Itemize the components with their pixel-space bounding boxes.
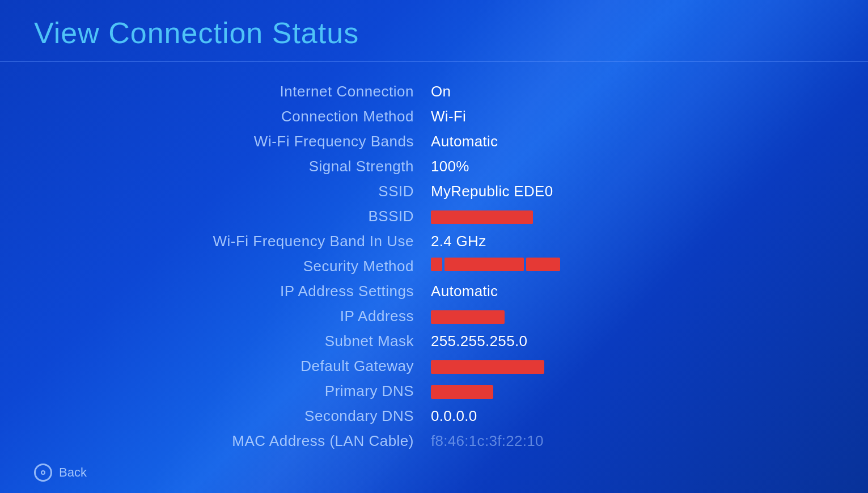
info-row: IP Address SettingsAutomatic xyxy=(0,279,868,304)
row-label: SSID xyxy=(0,183,431,200)
redacted-part xyxy=(444,258,524,271)
info-row: Default Gateway xyxy=(0,353,868,378)
info-row: Wi-Fi Frequency Band In Use2.4 GHz xyxy=(0,229,868,254)
info-row: IP Address xyxy=(0,304,868,328)
row-label: MAC Address (LAN Cable) xyxy=(0,432,431,450)
row-label: IP Address xyxy=(0,307,431,325)
row-label: Subnet Mask xyxy=(0,332,431,350)
row-label: Internet Connection xyxy=(0,83,431,100)
row-label: Signal Strength xyxy=(0,158,431,175)
redacted-value xyxy=(431,360,544,374)
circle-icon xyxy=(34,463,52,482)
row-value xyxy=(431,307,868,325)
row-label: Default Gateway xyxy=(0,357,431,375)
info-row: Primary DNS xyxy=(0,378,868,403)
redacted-security-value xyxy=(431,258,560,271)
row-value: On xyxy=(431,83,868,100)
redacted-value xyxy=(431,310,505,324)
row-label: Primary DNS xyxy=(0,382,431,400)
row-value: f8:46:1c:3f:22:10 xyxy=(431,432,868,450)
row-value xyxy=(431,208,868,225)
row-value: MyRepublic EDE0 xyxy=(431,183,868,200)
redacted-value xyxy=(431,385,493,399)
info-row: Internet ConnectionOn xyxy=(0,79,868,104)
info-row: Subnet Mask255.255.255.0 xyxy=(0,328,868,353)
row-label: Wi-Fi Frequency Bands xyxy=(0,133,431,150)
row-value xyxy=(431,357,868,375)
page-title: View Connection Status xyxy=(34,16,834,50)
redacted-part xyxy=(431,258,442,271)
redacted-part xyxy=(526,258,560,271)
row-value: 2.4 GHz xyxy=(431,233,868,250)
row-value: Wi-Fi xyxy=(431,108,868,125)
content-area: Internet ConnectionOnConnection MethodWi… xyxy=(0,62,868,452)
row-label: Security Method xyxy=(0,258,431,275)
row-label: Secondary DNS xyxy=(0,407,431,425)
circle-inner xyxy=(41,470,45,475)
row-label: Connection Method xyxy=(0,108,431,125)
info-row: SSIDMyRepublic EDE0 xyxy=(0,179,868,204)
row-label: BSSID xyxy=(0,208,431,225)
page-header: View Connection Status xyxy=(0,0,868,62)
info-row: Wi-Fi Frequency BandsAutomatic xyxy=(0,129,868,154)
row-value: 255.255.255.0 xyxy=(431,332,868,350)
page-container: View Connection Status Internet Connecti… xyxy=(0,0,868,493)
row-value: 100% xyxy=(431,158,868,175)
info-row: MAC Address (LAN Cable)f8:46:1c:3f:22:10 xyxy=(0,428,868,452)
row-label: IP Address Settings xyxy=(0,283,431,300)
row-value: Automatic xyxy=(431,283,868,300)
back-label: Back xyxy=(59,465,87,480)
redacted-value xyxy=(431,210,533,224)
info-row: Signal Strength100% xyxy=(0,154,868,179)
row-value: Automatic xyxy=(431,133,868,150)
info-row: Connection MethodWi-Fi xyxy=(0,104,868,129)
footer: Back xyxy=(0,452,868,493)
row-value: 0.0.0.0 xyxy=(431,407,868,425)
info-row: Security Method xyxy=(0,254,868,279)
row-value xyxy=(431,258,868,275)
row-value xyxy=(431,382,868,400)
info-row: BSSID xyxy=(0,204,868,229)
back-button[interactable]: Back xyxy=(34,463,87,482)
info-row: Secondary DNS0.0.0.0 xyxy=(0,403,868,428)
row-label: Wi-Fi Frequency Band In Use xyxy=(0,233,431,250)
